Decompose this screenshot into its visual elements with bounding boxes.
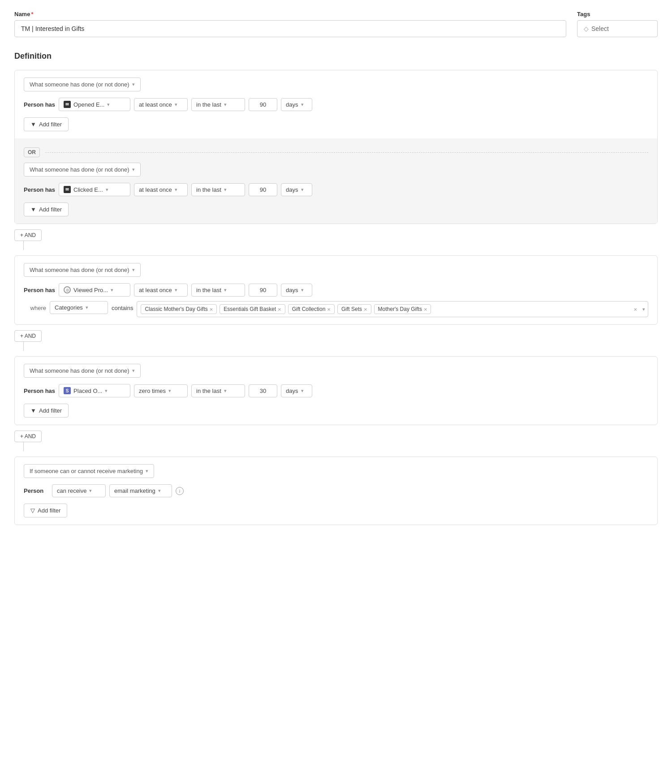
tag-remove-3[interactable]: × (364, 306, 367, 312)
number-input-2[interactable] (249, 183, 277, 196)
condition-type-row-2: What someone has done (or not done) ▾ (24, 163, 648, 177)
receive-chevron: ▾ (89, 488, 92, 494)
unit-chevron-4: ▾ (301, 388, 304, 394)
unit-select-3[interactable]: days ▾ (281, 284, 312, 297)
tag-item-1: Essentials Gift Basket × (220, 304, 285, 314)
add-filter-btn-5[interactable]: ▽ Add filter (24, 504, 67, 517)
condition-group-1: What someone has done (or not done) ▾ Pe… (14, 70, 658, 224)
tag-item-4: Mother's Day Gifts × (374, 304, 431, 314)
tag-remove-1[interactable]: × (278, 306, 281, 312)
unit-chevron-3: ▾ (301, 287, 304, 293)
condition-type-dropdown-2[interactable]: What someone has done (or not done) ▾ (24, 163, 141, 177)
number-input-1[interactable] (249, 98, 277, 111)
condition-type-label-4: What someone has done (or not done) (30, 367, 129, 374)
tag-icon: ◇ (584, 25, 589, 32)
unit-label-2: days (286, 186, 298, 193)
or-line-1 (45, 152, 648, 153)
tag-remove-4[interactable]: × (424, 306, 427, 312)
add-filter-btn-4[interactable]: ▼ Add filter (24, 404, 69, 418)
number-input-3[interactable] (249, 284, 277, 297)
person-row-4: Person can receive ▾ email marketing ▾ i (24, 484, 648, 497)
and-button-1[interactable]: + AND (14, 229, 42, 241)
action-select-4[interactable]: S Placed O... ▾ (59, 384, 130, 397)
marketing-select[interactable]: email marketing ▾ (109, 484, 172, 497)
condition-type-dropdown-4[interactable]: What someone has done (or not done) ▾ (24, 364, 141, 378)
shopify-icon-4: S (64, 387, 71, 394)
person-has-row-4: Person has S Placed O... ▾ zero times ▾ … (24, 384, 648, 397)
action-label-4: Placed O... (73, 388, 102, 394)
time-select-1[interactable]: in the last ▾ (191, 98, 245, 111)
condition-group-4-inner: If someone can or cannot receive marketi… (15, 457, 657, 525)
unit-select-4[interactable]: days ▾ (281, 384, 312, 397)
person-has-label-4: Person has (24, 388, 55, 394)
tags-clear-icon[interactable]: × (633, 306, 637, 313)
chevron-down-icon-2: ▾ (132, 167, 135, 172)
frequency-chevron-3: ▾ (175, 287, 177, 293)
frequency-label-4: zero times (139, 388, 166, 394)
frequency-select-4[interactable]: zero times ▾ (134, 384, 188, 397)
condition-type-row-3: What someone has done (or not done) ▾ (24, 263, 648, 277)
condition-group-2-inner: What someone has done (or not done) ▾ Pe… (15, 256, 657, 324)
action-chevron-1: ▾ (107, 102, 110, 108)
tags-container[interactable]: Classic Mother's Day Gifts × Essentials … (137, 301, 648, 317)
action-select-3[interactable]: ◎ Viewed Pro... ▾ (59, 283, 130, 297)
marketing-label: email marketing (114, 487, 155, 494)
filter-icon-2: ▼ (30, 206, 36, 213)
frequency-label-2: at least once (139, 186, 172, 193)
condition-group-2: What someone has done (or not done) ▾ Pe… (14, 255, 658, 325)
time-select-4[interactable]: in the last ▾ (191, 384, 245, 397)
unit-label-4: days (286, 388, 298, 394)
person-label-4: Person (24, 487, 48, 494)
receive-select[interactable]: can receive ▾ (52, 484, 106, 497)
add-filter-label-5: Add filter (38, 507, 60, 514)
frequency-select-3[interactable]: at least once ▾ (134, 284, 188, 297)
condition-type-dropdown-3[interactable]: What someone has done (or not done) ▾ (24, 263, 141, 277)
condition-type-dropdown-1[interactable]: What someone has done (or not done) ▾ (24, 78, 141, 91)
time-select-2[interactable]: in the last ▾ (191, 183, 245, 196)
time-chevron-2: ▾ (224, 187, 227, 193)
unit-select-1[interactable]: days ▾ (281, 98, 312, 111)
action-select-1[interactable]: ✉ Opened E... ▾ (59, 98, 130, 111)
add-filter-btn-2[interactable]: ▼ Add filter (24, 202, 69, 216)
time-label-4: in the last (196, 388, 221, 394)
unit-select-2[interactable]: days ▾ (281, 183, 312, 196)
person-has-row-2: Person has ✉ Clicked E... ▾ at least onc… (24, 183, 648, 196)
definition-title: Definition (14, 52, 658, 61)
name-section: Name* (14, 11, 566, 37)
add-filter-label-2: Add filter (39, 206, 62, 213)
condition-type-row-5: If someone can or cannot receive marketi… (24, 464, 648, 478)
name-input[interactable] (14, 20, 566, 37)
unit-chevron-1: ▾ (301, 102, 304, 108)
info-icon[interactable]: i (176, 487, 184, 495)
frequency-select-1[interactable]: at least once ▾ (134, 98, 188, 111)
unit-label-1: days (286, 101, 298, 108)
add-filter-label-4: Add filter (39, 407, 62, 414)
contains-label: contains (112, 301, 133, 311)
time-chevron-4: ▾ (224, 388, 227, 394)
filter-icon-1: ▼ (30, 121, 36, 128)
condition-type-label-2: What someone has done (or not done) (30, 166, 129, 173)
frequency-label-3: at least once (139, 287, 172, 293)
add-filter-btn-1[interactable]: ▼ Add filter (24, 117, 69, 131)
person-has-row-1: Person has ✉ Opened E... ▾ at least once… (24, 98, 648, 111)
frequency-select-2[interactable]: at least once ▾ (134, 183, 188, 196)
categories-label: Categories (55, 304, 83, 311)
condition-type-label-1: What someone has done (or not done) (30, 81, 129, 88)
tag-remove-2[interactable]: × (327, 306, 331, 312)
time-select-3[interactable]: in the last ▾ (191, 284, 245, 297)
tags-button[interactable]: ◇ Select (577, 20, 658, 37)
frequency-label-1: at least once (139, 101, 172, 108)
tag-remove-0[interactable]: × (210, 306, 213, 312)
time-chevron-3: ▾ (224, 287, 227, 293)
tag-text-4: Mother's Day Gifts (378, 306, 422, 312)
action-select-2[interactable]: ✉ Clicked E... ▾ (59, 183, 130, 196)
condition-group-1-inner: What someone has done (or not done) ▾ Pe… (15, 70, 657, 138)
and-button-2[interactable]: + AND (14, 330, 42, 342)
condition-type-dropdown-5[interactable]: If someone can or cannot receive marketi… (24, 464, 154, 478)
frequency-chevron-1: ▾ (175, 102, 177, 108)
and-button-3[interactable]: + AND (14, 431, 42, 442)
header-row: Name* Tags ◇ Select (14, 11, 658, 37)
and-label-1: + AND (20, 232, 36, 238)
number-input-4[interactable] (249, 384, 277, 397)
categories-select[interactable]: Categories ▾ (50, 301, 108, 314)
